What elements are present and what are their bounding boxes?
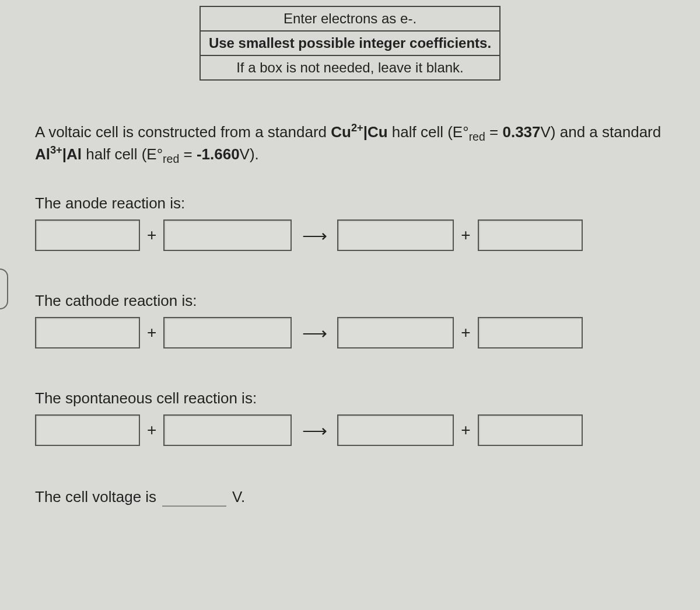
spont-product-2[interactable] bbox=[478, 414, 583, 446]
question-page: Enter electrons as e‑. Use smallest poss… bbox=[0, 0, 700, 530]
voltage-prefix: The cell voltage is bbox=[35, 488, 156, 506]
v-and-std: V) and a standard bbox=[541, 123, 662, 141]
eq-2: = bbox=[179, 145, 197, 163]
anode-reactant-2[interactable] bbox=[163, 219, 292, 251]
spont-product-1[interactable] bbox=[337, 414, 454, 446]
v-close: V). bbox=[240, 145, 259, 163]
anode-product-2[interactable] bbox=[478, 219, 583, 251]
cu-ion: Cu2+ bbox=[331, 123, 363, 141]
plus-op: + bbox=[461, 323, 470, 342]
red-sub-1: red bbox=[469, 130, 485, 143]
half-cell-text-1: half cell (E° bbox=[388, 123, 469, 141]
plus-op: + bbox=[147, 421, 156, 440]
cathode-label: The cathode reaction is: bbox=[35, 292, 665, 310]
problem-text-prefix: A voltaic cell is constructed from a sta… bbox=[35, 123, 331, 141]
anode-equation: + ⟶ + bbox=[35, 219, 665, 251]
voltage-unit: V. bbox=[232, 488, 245, 506]
pipe-1: | bbox=[363, 123, 368, 141]
plus-op: + bbox=[461, 421, 470, 440]
half-cell-text-2: half cell (E° bbox=[82, 145, 163, 163]
al-metal: Al bbox=[66, 145, 82, 163]
spont-reactant-1[interactable] bbox=[35, 414, 140, 446]
plus-op: + bbox=[461, 226, 470, 245]
cathode-product-2[interactable] bbox=[478, 317, 583, 348]
plus-op: + bbox=[147, 323, 156, 342]
cu-metal: Cu bbox=[368, 123, 388, 141]
instruction-row-3: If a box is not needed, leave it blank. bbox=[200, 55, 500, 80]
eq-1: = bbox=[485, 123, 503, 141]
voltage-input[interactable] bbox=[162, 487, 226, 507]
anode-label: The anode reaction is: bbox=[35, 194, 665, 212]
al-value: -1.660 bbox=[197, 145, 240, 163]
instruction-row-2: Use smallest possible integer coefficien… bbox=[200, 31, 500, 55]
voltage-row: The cell voltage is V. bbox=[35, 487, 665, 507]
instruction-row-1: Enter electrons as e‑. bbox=[200, 6, 500, 31]
plus-op: + bbox=[147, 226, 156, 245]
anode-product-1[interactable] bbox=[337, 219, 454, 251]
cu-value: 0.337 bbox=[502, 123, 540, 141]
spont-reactant-2[interactable] bbox=[163, 414, 292, 446]
page-edge-decoration bbox=[0, 269, 8, 309]
instruction-table: Enter electrons as e‑. Use smallest poss… bbox=[200, 6, 501, 81]
al-ion: Al3+ bbox=[35, 145, 62, 163]
cathode-equation: + ⟶ + bbox=[35, 317, 665, 348]
arrow-icon: ⟶ bbox=[299, 420, 330, 441]
spontaneous-equation: + ⟶ + bbox=[35, 414, 665, 446]
spontaneous-label: The spontaneous cell reaction is: bbox=[35, 389, 665, 407]
problem-statement: A voltaic cell is constructed from a sta… bbox=[35, 121, 665, 165]
pipe-2: | bbox=[62, 145, 66, 163]
cathode-reactant-1[interactable] bbox=[35, 317, 140, 348]
anode-reactant-1[interactable] bbox=[35, 219, 140, 251]
red-sub-2: red bbox=[163, 152, 179, 165]
arrow-icon: ⟶ bbox=[299, 323, 330, 343]
cathode-reactant-2[interactable] bbox=[163, 317, 292, 348]
arrow-icon: ⟶ bbox=[299, 225, 330, 246]
cathode-product-1[interactable] bbox=[337, 317, 454, 348]
